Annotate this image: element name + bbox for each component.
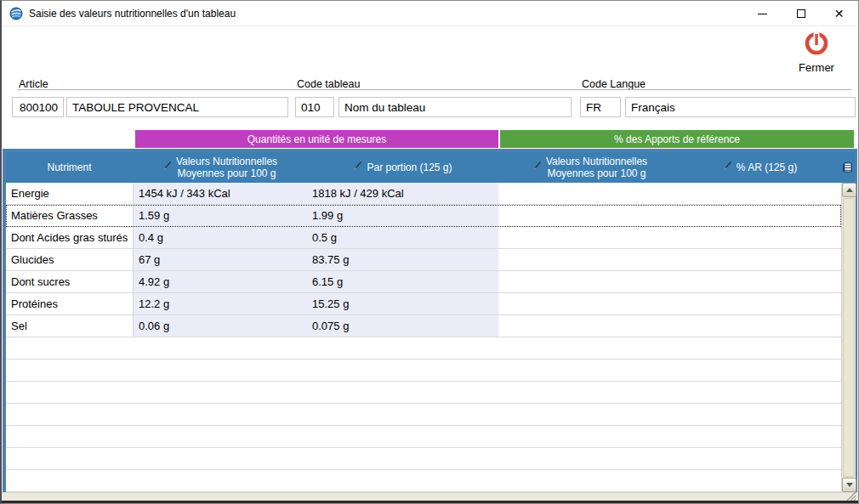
vertical-scrollbar[interactable]	[841, 183, 856, 492]
percent-ar-cell[interactable]	[681, 205, 841, 226]
table-row[interactable]: Dont Acides gras sturés0.4 g0.5 g	[6, 227, 841, 249]
header-nutriment-label: Nutriment	[47, 161, 91, 173]
value-100g-ar-cell[interactable]	[498, 271, 681, 292]
article-code-field[interactable]	[12, 97, 64, 117]
fermer-button[interactable]: Fermer	[790, 29, 843, 74]
pencil-icon	[723, 160, 733, 170]
language-name-field[interactable]	[625, 97, 856, 117]
header-portion-unit[interactable]: Par portion (125 g)	[307, 152, 498, 183]
header-values-100g-ar[interactable]: Valeurs NutritionnellesMoyennes pour 100…	[498, 152, 681, 183]
scrollbar-thumb[interactable]	[843, 198, 855, 477]
header-values-100g-ar-label: Valeurs NutritionnellesMoyennes pour 100…	[546, 156, 647, 179]
percent-ar-cell[interactable]	[681, 271, 841, 292]
table-row[interactable]: Matières Grasses1.59 g1.99 g	[6, 205, 841, 227]
empty-table-row[interactable]	[6, 470, 841, 492]
minimize-button[interactable]	[743, 1, 782, 26]
percent-ar-cell[interactable]	[681, 315, 841, 337]
header-nutriment[interactable]: Nutriment	[6, 152, 133, 183]
portion-cell[interactable]: 0.5 g	[307, 227, 498, 248]
window-title: Saisie des valeurs nutritionnelles d'un …	[29, 8, 236, 20]
header-portion-unit-label: Par portion (125 g)	[367, 161, 452, 173]
power-off-icon	[803, 29, 830, 56]
table-code-field[interactable]	[295, 97, 334, 117]
pencil-icon	[162, 160, 173, 170]
article-name-field[interactable]	[66, 97, 288, 117]
portion-cell[interactable]: 83.75 g	[307, 249, 498, 270]
bottom-status-strip	[2, 492, 858, 503]
value-100g-cell[interactable]: 12.2 g	[133, 293, 307, 314]
language-code-field[interactable]	[580, 97, 621, 117]
form-separator-line	[17, 89, 851, 90]
pencil-icon	[353, 160, 363, 170]
percent-ar-cell[interactable]	[681, 293, 841, 314]
table-row[interactable]: Protéines12.2 g15.25 g	[6, 293, 841, 315]
nutriment-cell[interactable]: Glucides	[6, 249, 133, 270]
percent-ar-cell[interactable]	[681, 249, 841, 270]
value-100g-ar-cell[interactable]	[498, 183, 681, 204]
grid-rows: Energie1454 kJ / 343 kCal1818 kJ / 429 k…	[6, 183, 841, 492]
nutriment-cell[interactable]: Matières Grasses	[6, 205, 133, 226]
empty-table-row[interactable]	[6, 360, 841, 382]
value-100g-ar-cell[interactable]	[498, 205, 681, 226]
grid-header-row: Nutriment Valeurs NutritionnellesMoyenne…	[6, 152, 856, 183]
table-row[interactable]: Sel0.06 g0.075 g	[6, 315, 841, 337]
nutriment-cell[interactable]: Protéines	[6, 293, 133, 314]
application-window: Saisie des valeurs nutritionnelles d'un …	[0, 0, 859, 504]
empty-table-row[interactable]	[6, 337, 841, 360]
header-values-100g-unit[interactable]: Valeurs NutritionnellesMoyennes pour 100…	[133, 152, 307, 183]
window-bottom-edge	[2, 501, 858, 503]
value-100g-cell[interactable]: 0.4 g	[133, 227, 307, 248]
empty-table-row[interactable]	[6, 404, 841, 426]
header-percent-ar-label: % AR (125 g)	[737, 161, 797, 173]
value-100g-ar-cell[interactable]	[498, 227, 681, 248]
maximize-icon	[797, 9, 805, 18]
portion-cell[interactable]: 0.075 g	[307, 315, 498, 337]
value-100g-cell[interactable]: 1454 kJ / 343 kCal	[133, 183, 307, 204]
title-bar: Saisie des valeurs nutritionnelles d'un …	[2, 1, 858, 26]
nutriment-cell[interactable]: Dont Acides gras sturés	[6, 227, 133, 248]
scroll-down-button[interactable]	[842, 478, 856, 492]
percent-ar-cell[interactable]	[681, 227, 841, 248]
table-name-field[interactable]	[338, 97, 572, 117]
scroll-up-button[interactable]	[842, 183, 856, 197]
header-percent-ar[interactable]: % AR (125 g)	[681, 152, 839, 183]
fermer-label: Fermer	[790, 61, 843, 74]
value-100g-cell[interactable]: 4.92 g	[133, 271, 307, 292]
table-row[interactable]: Energie1454 kJ / 343 kCal1818 kJ / 429 k…	[6, 183, 841, 205]
arrow-up-icon	[846, 188, 853, 192]
table-row[interactable]: Glucides67 g83.75 g	[6, 249, 841, 271]
portion-cell[interactable]: 6.15 g	[307, 271, 498, 292]
value-100g-cell[interactable]: 0.06 g	[133, 315, 307, 337]
code-tableau-label: Code tableau	[295, 78, 361, 90]
grid-body: Energie1454 kJ / 343 kCal1818 kJ / 429 k…	[6, 183, 856, 492]
arrow-down-icon	[846, 483, 853, 487]
table-row[interactable]: Dont sucres4.92 g6.15 g	[6, 271, 841, 293]
portion-cell[interactable]: 1.99 g	[307, 205, 498, 226]
close-icon: ✕	[834, 8, 845, 20]
maximize-button[interactable]	[782, 1, 820, 26]
app-icon	[9, 7, 23, 20]
value-100g-cell[interactable]: 1.59 g	[133, 205, 307, 226]
quantities-section-bar: Quantités en unité de mesures	[135, 130, 498, 148]
portion-cell[interactable]: 1818 kJ / 429 kCal	[307, 183, 498, 204]
minimize-icon	[758, 14, 767, 14]
value-100g-ar-cell[interactable]	[498, 293, 681, 314]
header-values-100g-unit-label: Valeurs NutritionnellesMoyennes pour 100…	[176, 156, 277, 179]
empty-table-row[interactable]	[6, 448, 841, 470]
value-100g-ar-cell[interactable]	[498, 249, 681, 270]
value-100g-ar-cell[interactable]	[498, 315, 681, 337]
percent-ar-cell[interactable]	[681, 183, 841, 204]
nutriment-cell[interactable]: Dont sucres	[6, 271, 133, 292]
grid-options-button[interactable]	[839, 152, 856, 183]
reference-section-bar: % des Apports de référence	[500, 130, 854, 148]
portion-cell[interactable]: 15.25 g	[307, 293, 498, 314]
nutriment-cell[interactable]: Energie	[6, 183, 133, 204]
pencil-icon	[532, 160, 543, 170]
code-langue-label: Code Langue	[580, 78, 647, 90]
close-window-button[interactable]: ✕	[820, 1, 858, 26]
nutriment-cell[interactable]: Sel	[6, 315, 133, 337]
empty-table-row[interactable]	[6, 382, 841, 404]
empty-table-row[interactable]	[6, 426, 841, 448]
mini-table-icon	[842, 161, 853, 173]
value-100g-cell[interactable]: 67 g	[133, 249, 307, 270]
